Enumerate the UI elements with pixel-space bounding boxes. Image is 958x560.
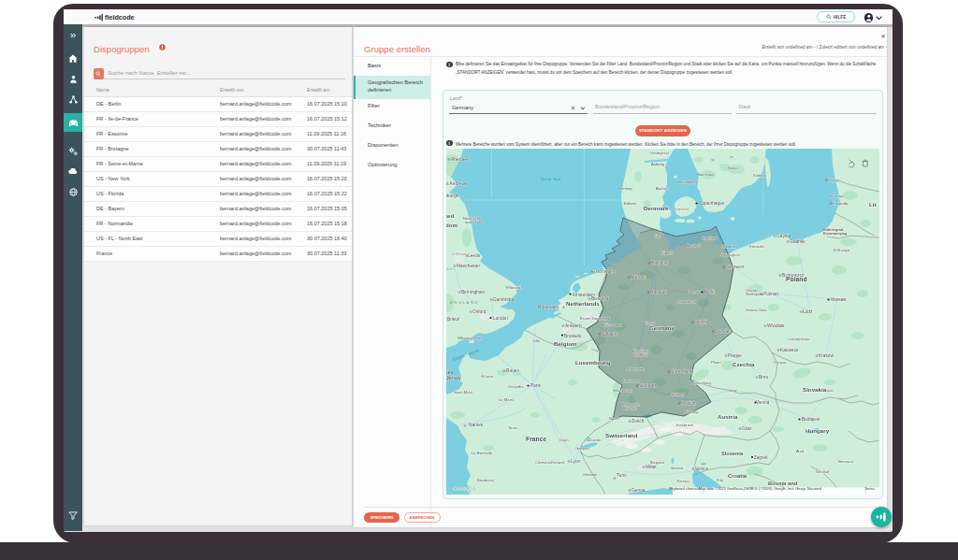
svg-text:Magdeburg: Magdeburg (676, 299, 697, 304)
svg-text:Wales: Wales (446, 266, 455, 271)
svg-text:Bordeaux: Bordeaux (477, 478, 495, 482)
svg-text:Karlsruhe: Karlsruhe (623, 379, 641, 383)
svg-text:Manchester: Manchester (457, 264, 480, 268)
svg-text:Turin: Turin (617, 473, 627, 478)
svg-text:Nantes: Nantes (469, 423, 484, 427)
svg-text:Birmingham: Birmingham (461, 290, 486, 294)
svg-text:London: London (493, 316, 508, 321)
svg-text:Saint Malo: Saint Malo (454, 390, 472, 395)
svg-text:Pula: Pula (717, 479, 724, 482)
svg-text:France: France (526, 436, 547, 442)
svg-text:La Rochelle: La Rochelle (472, 451, 493, 455)
svg-text:Cologne: Cologne (602, 332, 618, 337)
svg-text:Salzburg: Salzburg (684, 409, 698, 414)
svg-text:Gdańsk: Gdańsk (790, 239, 806, 244)
svg-text:Vendsyssel: Vendsyssel (650, 151, 669, 155)
svg-text:Dijon: Dijon (559, 438, 569, 442)
svg-text:Ostrava: Ostrava (773, 360, 787, 365)
svg-text:Google: Google (453, 485, 475, 493)
svg-text:Map data ©2025 GeoBasis-DE/BKG: Map data ©2025 GeoBasis-DE/BKG (©2009), … (699, 486, 821, 491)
svg-text:Aberdeen: Aberdeen (451, 157, 471, 162)
svg-text:am Main: am Main (633, 352, 648, 357)
svg-text:Bristol: Bristol (447, 317, 459, 322)
svg-text:Hamburg: Hamburg (651, 261, 669, 266)
svg-text:Katowice: Katowice (780, 348, 799, 352)
svg-text:Dortmund: Dortmund (592, 316, 610, 321)
svg-text:Augsburg: Augsburg (668, 392, 686, 396)
svg-text:Switzerland: Switzerland (605, 432, 638, 438)
svg-text:Poland: Poland (786, 276, 807, 282)
svg-text:Herning: Herning (618, 186, 632, 191)
svg-text:Denmark: Denmark (644, 205, 669, 211)
svg-text:ted: ted (446, 212, 455, 219)
svg-text:Świnoujście: Świnoujście (720, 252, 740, 257)
svg-text:Munich: Munich (681, 401, 696, 406)
svg-text:Innsbruck: Innsbruck (676, 423, 694, 427)
svg-text:Ferrara: Ferrara (677, 479, 690, 483)
svg-text:Olsztyn: Olsztyn (836, 248, 850, 252)
svg-text:Arad: Arad (796, 449, 804, 453)
svg-text:Oxford: Oxford (472, 309, 486, 314)
svg-text:Lausanne: Lausanne (585, 438, 601, 442)
svg-text:Rostock: Rostock (687, 243, 702, 248)
svg-text:Linz: Linz (730, 388, 737, 393)
svg-text:Budapest: Budapest (802, 417, 820, 422)
svg-text:Växjö: Växjö (728, 165, 738, 170)
svg-text:Breisgau: Breisgau (623, 407, 637, 410)
svg-text:Slovenia: Slovenia (721, 451, 744, 456)
svg-text:Keyboard shortcuts: Keyboard shortcuts (669, 486, 701, 491)
svg-text:North Sea: North Sea (541, 177, 561, 181)
svg-text:dom: dom (446, 222, 458, 228)
svg-text:Groningen: Groningen (594, 269, 616, 274)
svg-text:Zielona Góra: Zielona Góra (746, 308, 767, 312)
svg-text:at Britain: at Britain (452, 251, 466, 256)
svg-text:Copenhagen: Copenhagen (699, 201, 725, 206)
svg-text:Mannheim: Mannheim (626, 366, 645, 371)
svg-text:Bournemouth: Bournemouth (460, 336, 482, 340)
svg-text:Lübeck: Lübeck (660, 251, 674, 255)
svg-text:Caen: Caen (484, 374, 494, 379)
svg-text:Billund: Billund (624, 201, 636, 206)
svg-text:Gdynia: Gdynia (777, 234, 791, 238)
svg-text:Łódź: Łódź (803, 309, 813, 314)
svg-text:Essen: Essen (580, 316, 591, 321)
svg-text:Hungary: Hungary (806, 427, 830, 434)
svg-text:Graz: Graz (742, 426, 752, 431)
svg-text:Versailles: Versailles (508, 384, 524, 389)
svg-text:Le Mans: Le Mans (499, 397, 514, 402)
svg-text:Zurich: Zurich (631, 419, 645, 424)
svg-text:Bergamo: Bergamo (650, 461, 664, 465)
svg-text:Genoa: Genoa (631, 488, 646, 493)
svg-text:Düsseldorf: Düsseldorf (603, 323, 623, 327)
svg-text:Strasbourg: Strasbourg (613, 388, 632, 393)
svg-text:ENGLAND: ENGLAND (450, 300, 479, 305)
svg-text:Germany: Germany (649, 324, 675, 331)
svg-text:Novi Sad: Novi Sad (816, 470, 829, 474)
svg-text:Brussels: Brussels (564, 334, 582, 338)
svg-text:Kołobrzeg: Kołobrzeg (721, 244, 738, 249)
svg-text:nburgh: nburgh (446, 193, 459, 198)
svg-text:Aarhus: Aarhus (656, 186, 668, 191)
svg-text:upon Tyne: upon Tyne (465, 220, 484, 224)
svg-text:Timisoara: Timisoara (837, 459, 854, 464)
svg-text:Czechia: Czechia (733, 361, 755, 367)
svg-text:Brno: Brno (759, 375, 768, 380)
svg-text:Jersey: Jersey (446, 375, 461, 381)
svg-text:Wrocław: Wrocław (767, 323, 785, 328)
svg-text:Czestochowa: Czestochowa (788, 337, 810, 341)
svg-text:Калининград: Калининград (823, 231, 848, 236)
svg-text:Stralsund: Stralsund (702, 236, 717, 240)
svg-text:Kalmar: Kalmar (753, 173, 766, 178)
svg-text:Kiel: Kiel (654, 234, 660, 238)
svg-text:Croatia: Croatia (728, 473, 748, 479)
svg-text:Paris: Paris (530, 383, 542, 388)
svg-text:Geneva: Geneva (575, 446, 589, 451)
svg-text:Milan: Milan (646, 465, 657, 469)
svg-text:Dresden: Dresden (715, 329, 732, 334)
svg-text:Klaipeda: Klaipeda (833, 201, 849, 206)
svg-text:Halmstad: Halmstad (697, 172, 714, 177)
svg-text:Slovakia: Slovakia (803, 386, 827, 393)
svg-text:Venice: Venice (695, 467, 709, 471)
svg-text:Helsingborg: Helsingborg (677, 179, 697, 184)
svg-text:Tours: Tours (508, 425, 517, 430)
